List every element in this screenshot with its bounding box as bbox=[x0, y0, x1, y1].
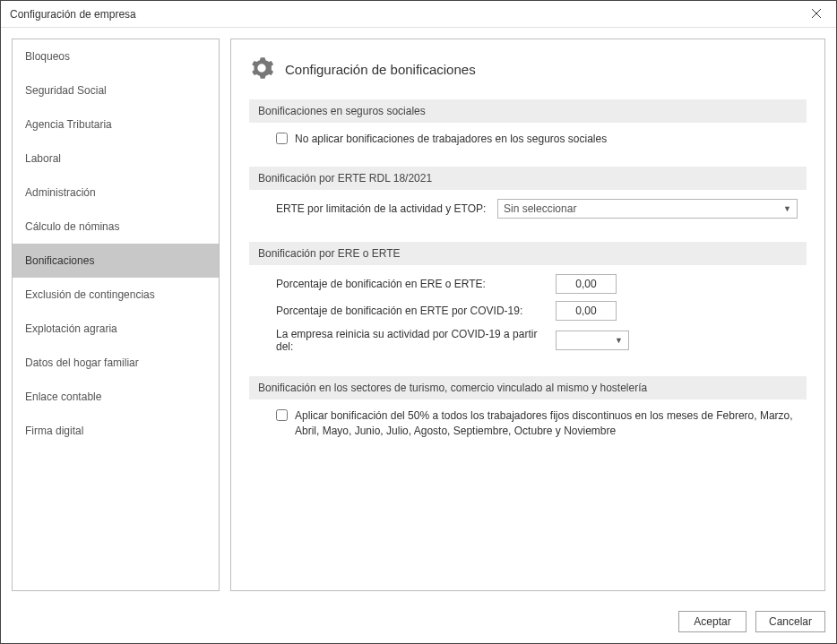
section-header-ere-erte: Bonificación por ERE o ERTE bbox=[249, 242, 807, 265]
sidebar-item-bloqueos[interactable]: Bloqueos bbox=[13, 39, 219, 73]
chevron-down-icon: ▼ bbox=[615, 336, 623, 345]
chevron-down-icon: ▼ bbox=[783, 204, 791, 213]
section-header-erte-rdl: Bonificación por ERTE RDL 18/2021 bbox=[249, 167, 807, 190]
sidebar-item-calculo-nominas[interactable]: Cálculo de nóminas bbox=[13, 210, 219, 244]
label-erte-etop: ERTE por limitación de la actividad y ET… bbox=[276, 202, 487, 215]
input-pct-ere[interactable] bbox=[556, 274, 617, 294]
label-restart-date: La empresa reinicia su actividad por COV… bbox=[276, 328, 545, 353]
sidebar: Bloqueos Seguridad Social Agencia Tribut… bbox=[12, 39, 220, 591]
checkbox-label-turismo: Aplicar bonificación del 50% a todos los… bbox=[295, 408, 798, 439]
section-body-ere-erte: Porcentaje de bonificación en ERE o ERTE… bbox=[249, 274, 807, 373]
titlebar: Configuración de empresa bbox=[1, 1, 836, 28]
sidebar-item-explotacion-agraria[interactable]: Explotación agraria bbox=[13, 312, 219, 346]
select-erte-etop[interactable]: Sin seleccionar ▼ bbox=[497, 199, 798, 219]
label-pct-covid: Porcentaje de bonificación en ERTE por C… bbox=[276, 305, 545, 317]
checkbox-aplicar-bonificacion-50[interactable] bbox=[276, 409, 288, 421]
accept-button[interactable]: Aceptar bbox=[678, 611, 746, 632]
dialog-footer: Aceptar Cancelar bbox=[1, 602, 836, 643]
dialog-window: Configuración de empresa Bloqueos Seguri… bbox=[0, 0, 837, 644]
sidebar-item-hogar-familiar[interactable]: Datos del hogar familiar bbox=[13, 346, 219, 380]
section-header-turismo: Bonificación en los sectores de turismo,… bbox=[249, 376, 807, 399]
form-row-restart-date: La empresa reinicia su actividad por COV… bbox=[276, 328, 798, 353]
gear-icon bbox=[249, 56, 274, 83]
section-header-seguros: Bonificaciones en seguros sociales bbox=[249, 99, 807, 123]
select-value-erte-etop: Sin seleccionar bbox=[504, 202, 576, 215]
select-restart-date[interactable]: ▼ bbox=[556, 331, 629, 350]
main-panel: Configuración de bonificaciones Bonifica… bbox=[230, 39, 825, 591]
section-body-erte-rdl: ERTE por limitación de la actividad y ET… bbox=[249, 199, 807, 238]
sidebar-item-seguridad-social[interactable]: Seguridad Social bbox=[13, 73, 219, 107]
sidebar-item-exclusion-contingencias[interactable]: Exclusión de contingencias bbox=[13, 278, 219, 312]
cancel-button[interactable]: Cancelar bbox=[755, 611, 825, 632]
sidebar-item-agencia-tributaria[interactable]: Agencia Tributaria bbox=[13, 107, 219, 142]
close-button[interactable] bbox=[804, 4, 829, 25]
sidebar-item-firma-digital[interactable]: Firma digital bbox=[13, 414, 219, 448]
window-title: Configuración de empresa bbox=[10, 8, 136, 21]
input-pct-covid[interactable] bbox=[556, 301, 617, 321]
page-header: Configuración de bonificaciones bbox=[249, 56, 807, 83]
content-area: Bloqueos Seguridad Social Agencia Tribut… bbox=[1, 28, 836, 602]
form-row-pct-ere: Porcentaje de bonificación en ERE o ERTE… bbox=[276, 274, 798, 294]
form-row-pct-covid: Porcentaje de bonificación en ERTE por C… bbox=[276, 301, 798, 321]
label-pct-ere: Porcentaje de bonificación en ERE o ERTE… bbox=[276, 278, 545, 290]
section-body-seguros: No aplicar bonificaciones de trabajadore… bbox=[249, 132, 807, 163]
sidebar-item-laboral[interactable]: Laboral bbox=[13, 142, 219, 176]
sidebar-item-enlace-contable[interactable]: Enlace contable bbox=[13, 380, 219, 414]
sidebar-item-bonificaciones[interactable]: Bonificaciones bbox=[13, 244, 219, 278]
close-icon bbox=[812, 8, 821, 21]
checkbox-row-turismo: Aplicar bonificación del 50% a todos los… bbox=[276, 408, 798, 439]
sidebar-item-administracion[interactable]: Administración bbox=[13, 176, 219, 210]
section-body-turismo: Aplicar bonificación del 50% a todos los… bbox=[249, 408, 807, 455]
page-title: Configuración de bonificaciones bbox=[285, 62, 476, 77]
form-row-erte-etop: ERTE por limitación de la actividad y ET… bbox=[276, 199, 798, 219]
checkbox-row-no-aplicar: No aplicar bonificaciones de trabajadore… bbox=[276, 132, 798, 147]
checkbox-label-no-aplicar: No aplicar bonificaciones de trabajadore… bbox=[295, 132, 607, 147]
checkbox-no-aplicar-bonificaciones[interactable] bbox=[276, 133, 288, 144]
